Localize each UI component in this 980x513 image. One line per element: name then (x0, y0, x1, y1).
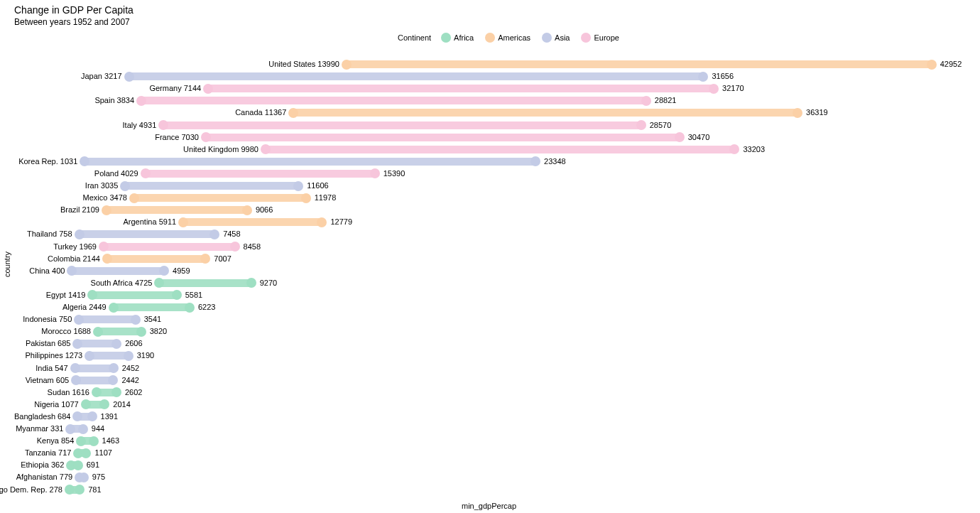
max-label: 32170 (718, 84, 744, 92)
max-dot-icon (729, 144, 739, 154)
max-dot-icon (246, 278, 256, 288)
min-label: Vietnam 605 (26, 376, 72, 384)
data-row: China 4004959 (64, 265, 973, 277)
min-label: Japan 3217 (81, 72, 125, 80)
min-dot-icon (80, 156, 89, 166)
min-label: Italy 4931 (123, 121, 160, 129)
range-bar (159, 279, 251, 287)
range-bar (183, 218, 322, 226)
min-dot-icon (81, 399, 91, 409)
max-label: 28570 (646, 121, 672, 129)
max-label: 6223 (194, 303, 215, 311)
range-bar (114, 303, 190, 311)
min-dot-icon (342, 60, 352, 70)
min-label: India 547 (36, 364, 70, 372)
max-dot-icon (793, 108, 802, 118)
range-bar (129, 72, 704, 80)
max-dot-icon (675, 132, 685, 142)
max-label: 15390 (379, 169, 405, 178)
range-bar (146, 170, 375, 178)
max-label: 33203 (739, 145, 765, 153)
min-label: Germany 7144 (149, 84, 204, 92)
max-dot-icon (78, 424, 88, 434)
max-dot-icon (242, 205, 252, 215)
data-row: Mexico 347811978 (64, 192, 973, 204)
min-dot-icon (85, 351, 94, 361)
data-row: India 5472452 (64, 362, 973, 374)
range-bar (107, 255, 205, 263)
max-label: 3820 (146, 327, 167, 335)
data-row: Spain 383428821 (64, 94, 973, 107)
min-label: Argentina 5911 (124, 217, 180, 226)
max-dot-icon (209, 230, 219, 239)
data-row: Vietnam 6052442 (64, 374, 973, 387)
max-label: 12779 (326, 217, 352, 226)
data-row: France 703030470 (64, 131, 973, 144)
min-dot-icon (71, 375, 81, 385)
max-dot-icon (89, 436, 99, 446)
max-dot-icon (709, 84, 719, 94)
min-label: Colombia 2144 (48, 254, 103, 263)
range-bar (125, 182, 298, 190)
max-dot-icon (698, 72, 708, 82)
min-label: Canada 11367 (235, 108, 289, 117)
max-label: 975 (88, 472, 105, 481)
min-label: Pakistan 685 (26, 339, 74, 347)
max-dot-icon (927, 60, 937, 70)
min-label: Brazil 2109 (60, 205, 102, 214)
plot-area: United States 1399042952Japan 321731656G… (64, 58, 973, 496)
range-bar (107, 206, 247, 214)
min-dot-icon (261, 144, 271, 154)
min-dot-icon (67, 266, 77, 276)
data-row: Morocco 16883820 (64, 325, 973, 338)
max-label: 9066 (251, 205, 273, 214)
min-dot-icon (72, 411, 82, 421)
min-dot-icon (102, 205, 111, 215)
max-label: 2442 (117, 376, 138, 384)
max-dot-icon (131, 315, 141, 325)
data-row: South Africa 47259270 (64, 277, 973, 289)
legend: Continent AfricaAmericasAsiaEurope (398, 33, 626, 43)
min-dot-icon (87, 290, 97, 300)
max-label: 2014 (109, 400, 130, 409)
min-dot-icon (70, 363, 80, 373)
range-bar (206, 134, 680, 141)
data-row: Poland 402915390 (64, 168, 973, 180)
min-dot-icon (124, 72, 134, 82)
max-dot-icon (230, 242, 240, 252)
chart-title: Change in GDP Per Capita (14, 4, 134, 16)
data-row: Tanzania 7171107 (64, 447, 973, 459)
max-label: 30470 (684, 133, 710, 141)
data-row: United Kingdom 998033203 (64, 144, 973, 156)
min-label: United States 13990 (268, 60, 342, 68)
max-label: 691 (82, 460, 99, 469)
legend-label: Americas (498, 33, 530, 42)
max-dot-icon (530, 156, 540, 166)
min-label: South Africa 4725 (91, 279, 156, 287)
max-label: 36319 (802, 108, 828, 117)
max-dot-icon (124, 351, 134, 361)
max-label: 8458 (239, 242, 261, 251)
min-dot-icon (92, 387, 102, 397)
data-row: Philippines 12733190 (64, 350, 973, 362)
max-label: 1391 (97, 412, 118, 421)
data-row: Sudan 16162602 (64, 387, 973, 399)
data-row: Colombia 21447007 (64, 253, 973, 265)
data-row: Thailand 7587458 (64, 228, 973, 240)
x-axis-label: min_gdpPercap (462, 502, 516, 510)
max-label: 5581 (181, 291, 202, 299)
max-dot-icon (185, 303, 195, 313)
max-dot-icon (301, 193, 311, 203)
range-bar (141, 97, 646, 104)
min-label: Iran 3035 (85, 181, 121, 190)
legend-label: Africa (454, 33, 474, 42)
max-label: 9270 (256, 279, 277, 287)
range-bar (79, 315, 135, 323)
min-label: Philippines 1273 (25, 351, 85, 360)
min-label: Korea Rep. 1031 (18, 157, 80, 166)
range-bar (89, 352, 129, 360)
data-row: Egypt 14195581 (64, 289, 973, 301)
max-label: 7458 (219, 230, 240, 238)
data-row: Italy 493128570 (64, 119, 973, 131)
data-row: Argentina 591112779 (64, 216, 973, 228)
